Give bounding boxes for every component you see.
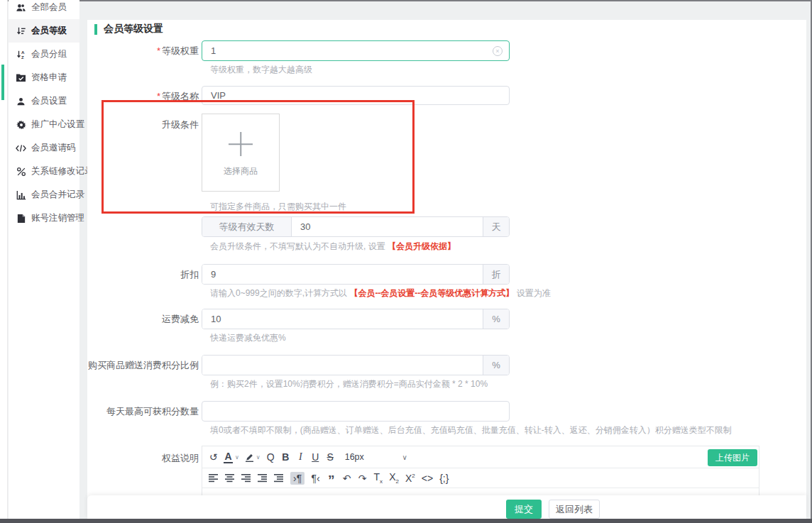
app-window: 全部会员会员等级AZ会员分组资格申请会员设置推广中心设置会员邀请码关系链修改记录… bbox=[0, 0, 812, 523]
shipping-discount-unit: % bbox=[483, 309, 509, 329]
sort-level-icon bbox=[16, 26, 26, 36]
sidebar-item-会员分组[interactable]: AZ会员分组 bbox=[9, 43, 79, 66]
sidebar-item-全部会员[interactable]: 全部会员 bbox=[9, 0, 79, 19]
search-icon[interactable]: Q bbox=[266, 452, 275, 462]
undo-icon[interactable]: ↶ bbox=[342, 473, 351, 483]
sidebar-item-推广中心设置[interactable]: 推广中心设置 bbox=[9, 113, 79, 136]
chart-icon bbox=[16, 189, 26, 200]
underline-icon[interactable]: U bbox=[311, 452, 320, 462]
outdent-icon[interactable] bbox=[258, 473, 268, 483]
sidebar-item-label: 推广中心设置 bbox=[31, 119, 84, 131]
sidebar-item-label: 会员邀请码 bbox=[31, 142, 76, 154]
benefits-label: 权益说明 bbox=[87, 448, 199, 468]
choose-product-picker[interactable]: 选择商品 bbox=[202, 114, 280, 192]
gear-icon bbox=[16, 119, 26, 130]
level-weight-label: *等级权重 bbox=[87, 40, 199, 61]
file-icon bbox=[16, 213, 26, 224]
link-icon bbox=[16, 166, 26, 177]
sidebar-item-label: 会员合并记录 bbox=[31, 189, 84, 201]
sidebar-item-label: 全部会员 bbox=[31, 1, 67, 13]
undo-history-icon[interactable]: ↺ bbox=[209, 452, 218, 462]
sidebar-item-label: 会员等级 bbox=[31, 25, 67, 37]
sidebar-item-会员合并记录[interactable]: 会员合并记录 bbox=[9, 183, 79, 207]
sidebar-item-label: 会员分组 bbox=[31, 48, 67, 60]
subscript-icon[interactable]: X2 bbox=[389, 472, 399, 485]
sidebar-item-label: 会员设置 bbox=[31, 95, 67, 107]
paragraph-ltr-icon[interactable]: ¶‹ bbox=[311, 473, 320, 483]
sidebar: 全部会员会员等级AZ会员分组资格申请会员设置推广中心设置会员邀请码关系链修改记录… bbox=[9, 0, 79, 523]
blockquote-icon[interactable]: ” bbox=[327, 473, 336, 484]
strikethrough-icon[interactable]: S bbox=[326, 452, 335, 462]
discount-input[interactable] bbox=[202, 265, 483, 284]
paragraph-rtl-icon[interactable]: ›¶ bbox=[290, 472, 304, 485]
discount-calc-link[interactable]: 【会员--会员设置--会员等级优惠计算方式】 bbox=[349, 288, 514, 298]
member-level-settings-panel: 会员等级设置 *等级权重 × 等级权重，数字越大越高级 *等级名称 升级条件 选… bbox=[87, 20, 806, 519]
sidebar-item-会员等级[interactable]: 会员等级 bbox=[9, 19, 79, 43]
back-to-list-button[interactable]: 返回列表 bbox=[549, 500, 600, 519]
highlight-pen-icon[interactable] bbox=[245, 453, 254, 462]
code-block-icon[interactable]: {;} bbox=[439, 473, 449, 483]
inline-code-icon[interactable]: <> bbox=[422, 473, 433, 483]
shipping-discount-input[interactable] bbox=[202, 309, 483, 329]
valid-days-help: 会员升级条件，不填写默认为不自动升级, 设置 【会员升级依据】 bbox=[210, 241, 456, 253]
outer-menu-active-indicator bbox=[1, 65, 4, 100]
valid-days-group: 等级有效天数 天 bbox=[202, 216, 510, 237]
bold-icon[interactable]: B bbox=[281, 452, 290, 462]
font-size-value: 16px bbox=[345, 452, 364, 462]
font-size-dropdown[interactable]: 16px∨ bbox=[345, 452, 407, 462]
indent-icon[interactable] bbox=[274, 473, 284, 483]
upgrade-condition-label: 升级条件 bbox=[87, 114, 199, 135]
users-icon bbox=[16, 2, 26, 13]
points-ratio-group: % bbox=[202, 355, 510, 375]
submit-button[interactable]: 提交 bbox=[506, 500, 542, 519]
sidebar-item-label: 关系链修改记录 bbox=[31, 165, 94, 177]
shipping-discount-label: 运费减免 bbox=[87, 309, 199, 329]
window-bottom-edge bbox=[0, 519, 812, 523]
shipping-discount-help: 快递运费减免优惠% bbox=[210, 332, 286, 344]
discount-group: 折 bbox=[202, 264, 510, 285]
upgrade-basis-link[interactable]: 【会员升级依据】 bbox=[388, 241, 456, 251]
font-color-icon[interactable]: A bbox=[224, 451, 233, 463]
italic-icon[interactable]: I bbox=[296, 452, 305, 462]
upload-image-button[interactable]: 上传图片 bbox=[708, 449, 757, 466]
points-ratio-label: 购买商品赠送消费积分比例 bbox=[87, 355, 199, 375]
sidebar-item-关系链修改记录[interactable]: 关系链修改记录 bbox=[9, 160, 79, 183]
folder-check-icon bbox=[16, 72, 26, 83]
upgrade-condition-help: 可指定多件商品，只需购买其中一件 bbox=[210, 201, 346, 213]
clear-input-icon[interactable]: × bbox=[493, 46, 503, 56]
chevron-down-icon[interactable]: ∨ bbox=[256, 454, 260, 461]
points-ratio-input[interactable] bbox=[202, 356, 483, 375]
level-weight-help: 等级权重，数字越大越高级 bbox=[210, 64, 312, 76]
sidebar-item-label: 资格申请 bbox=[31, 72, 67, 84]
valid-days-input[interactable] bbox=[292, 217, 483, 236]
sidebar-item-账号注销管理[interactable]: 账号注销管理 bbox=[9, 207, 79, 230]
level-name-label: *等级名称 bbox=[87, 86, 199, 106]
valid-days-unit: 天 bbox=[483, 217, 509, 236]
page-title: 会员等级设置 bbox=[94, 23, 163, 35]
valid-days-prefix-label: 等级有效天数 bbox=[202, 217, 292, 236]
superscript-icon[interactable]: X2 bbox=[405, 473, 415, 483]
footer-action-bar: 提交 返回列表 bbox=[87, 495, 806, 519]
points-ratio-help: 例：购买2件，设置10%消费积分，赠送消费积分=商品实付金额 * 2 * 10% bbox=[210, 378, 488, 390]
required-asterisk: * bbox=[157, 45, 160, 56]
redo-icon[interactable]: ↷ bbox=[358, 473, 367, 483]
level-weight-input[interactable] bbox=[202, 40, 510, 61]
sidebar-item-label: 账号注销管理 bbox=[31, 212, 84, 224]
daily-points-input[interactable] bbox=[202, 401, 510, 422]
sidebar-item-资格申请[interactable]: 资格申请 bbox=[9, 66, 79, 89]
align-left-icon[interactable] bbox=[209, 473, 219, 483]
code-icon bbox=[16, 143, 26, 153]
align-right-icon[interactable] bbox=[241, 473, 251, 483]
shipping-discount-group: % bbox=[202, 309, 510, 329]
points-ratio-unit: % bbox=[483, 356, 509, 375]
align-center-icon[interactable] bbox=[225, 473, 235, 483]
discount-label: 折扣 bbox=[87, 264, 199, 285]
sidebar-item-会员邀请码[interactable]: 会员邀请码 bbox=[9, 136, 79, 160]
level-name-input[interactable] bbox=[202, 86, 510, 105]
clear-format-icon[interactable]: Tx bbox=[373, 472, 383, 485]
title-accent-bar bbox=[94, 24, 97, 35]
sidebar-item-会员设置[interactable]: 会员设置 bbox=[9, 89, 79, 113]
chevron-down-icon[interactable]: ∨ bbox=[235, 454, 239, 461]
svg-text:A: A bbox=[21, 50, 25, 55]
discount-help: 请输入0~999之间的数字,计算方式以 【会员--会员设置--会员等级优惠计算方… bbox=[210, 287, 551, 299]
